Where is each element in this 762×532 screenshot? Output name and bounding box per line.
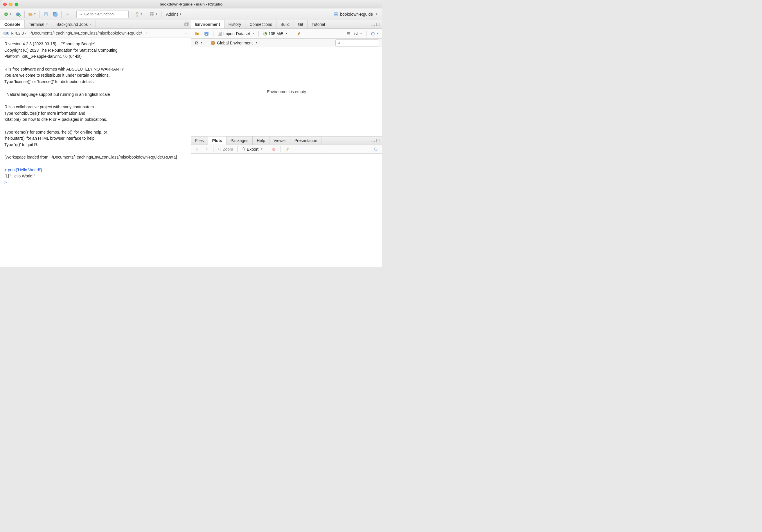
tab-files[interactable]: Files bbox=[191, 136, 208, 145]
pane-maximize-icon[interactable] bbox=[376, 139, 380, 142]
package-icon bbox=[210, 40, 215, 45]
close-window-button[interactable] bbox=[3, 3, 7, 6]
refresh-icon bbox=[370, 31, 375, 36]
panes-button[interactable]: ▼ bbox=[149, 11, 159, 18]
memory-usage[interactable]: 135 MiB ▼ bbox=[262, 30, 289, 38]
svg-rect-17 bbox=[186, 23, 189, 25]
plots-canvas bbox=[191, 154, 382, 267]
goto-input[interactable] bbox=[84, 12, 126, 16]
new-project-button[interactable] bbox=[15, 11, 22, 18]
chevron-down-icon: ▼ bbox=[261, 148, 263, 150]
environment-search[interactable] bbox=[336, 39, 379, 46]
plots-pane: Files Plots Packages Help Viewer Present… bbox=[191, 136, 382, 267]
view-mode-button[interactable]: List ▼ bbox=[345, 30, 363, 38]
vcs-button[interactable]: ▼ bbox=[133, 11, 144, 18]
clear-plots-button[interactable] bbox=[284, 145, 291, 153]
save-button[interactable] bbox=[42, 11, 50, 18]
right-column: Environment History Connections Build Gi… bbox=[191, 20, 382, 267]
titlebar: bookdown-Rguide - main - RStudio bbox=[0, 0, 382, 8]
chevron-down-icon: ▼ bbox=[155, 13, 158, 15]
print-icon bbox=[65, 12, 70, 17]
console-pane: Console Terminal× Background Jobs× R R 4… bbox=[0, 20, 191, 267]
close-icon[interactable]: × bbox=[46, 22, 48, 27]
chevron-down-icon: ▼ bbox=[9, 13, 12, 15]
tab-history[interactable]: History bbox=[224, 20, 246, 29]
arrow-left-icon bbox=[195, 147, 199, 151]
project-selector[interactable]: R bookdown-Rguide ▼ bbox=[332, 12, 380, 17]
tab-viewer[interactable]: Viewer bbox=[269, 136, 290, 145]
tab-packages[interactable]: Packages bbox=[226, 136, 253, 145]
pane-restore-icon[interactable] bbox=[185, 22, 189, 27]
chevron-down-icon: ▼ bbox=[375, 13, 378, 15]
tab-help[interactable]: Help bbox=[253, 136, 269, 145]
svg-rect-4 bbox=[45, 15, 47, 16]
environment-body: Environment is empty bbox=[191, 47, 382, 136]
save-icon bbox=[43, 12, 48, 17]
remove-plot-button[interactable] bbox=[270, 145, 277, 153]
new-file-button[interactable]: ▼ bbox=[3, 11, 13, 18]
maximize-window-button[interactable] bbox=[15, 3, 18, 6]
svg-point-29 bbox=[218, 148, 220, 150]
tab-environment[interactable]: Environment bbox=[191, 20, 224, 29]
search-input[interactable] bbox=[341, 40, 377, 45]
zoom-icon bbox=[217, 147, 222, 151]
goto-file-function-box[interactable] bbox=[76, 10, 129, 18]
plot-forward-button[interactable] bbox=[203, 145, 210, 153]
save-workspace-button[interactable] bbox=[203, 30, 210, 38]
save-icon bbox=[204, 31, 209, 36]
pane-maximize-icon[interactable] bbox=[376, 23, 380, 26]
tab-build[interactable]: Build bbox=[276, 20, 294, 29]
chevron-down-icon: ▼ bbox=[360, 32, 362, 35]
svg-rect-20 bbox=[371, 25, 375, 26]
tab-git[interactable]: Git bbox=[294, 20, 308, 29]
load-workspace-button[interactable] bbox=[193, 30, 201, 38]
console-output[interactable]: R version 4.2.3 (2023-03-15) -- "Shortst… bbox=[0, 38, 191, 267]
import-dataset-button[interactable]: Import Dataset ▼ bbox=[216, 30, 256, 38]
environment-scope-select[interactable]: Global Environment ▼ bbox=[209, 39, 259, 47]
list-icon bbox=[346, 32, 350, 36]
tab-tutorial[interactable]: Tutorial bbox=[308, 20, 329, 29]
main-toolbar: ▼ ▼ ▼ ▼ bbox=[0, 8, 382, 20]
addins-label: Addins bbox=[166, 12, 179, 17]
language-scope-select[interactable]: R ▼ bbox=[194, 39, 203, 47]
r-logo-icon: R bbox=[3, 31, 9, 36]
refresh-button[interactable]: ▼ bbox=[369, 30, 380, 38]
chevron-down-icon: ▼ bbox=[376, 32, 378, 35]
open-file-button[interactable]: ▼ bbox=[27, 11, 37, 18]
save-all-icon bbox=[53, 12, 57, 17]
pane-minimize-icon[interactable] bbox=[371, 139, 375, 142]
print-button[interactable] bbox=[64, 11, 71, 18]
new-file-icon bbox=[4, 12, 8, 17]
tab-terminal[interactable]: Terminal× bbox=[25, 20, 52, 29]
chevron-down-icon: ▼ bbox=[140, 13, 143, 15]
tab-connections[interactable]: Connections bbox=[245, 20, 276, 29]
export-button[interactable]: Export ▼ bbox=[240, 145, 264, 153]
pane-minimize-icon[interactable] bbox=[371, 23, 375, 26]
addins-menu[interactable]: Addins ▼ bbox=[164, 12, 184, 17]
tab-background-jobs[interactable]: Background Jobs× bbox=[52, 20, 96, 29]
pane-window-controls bbox=[369, 136, 382, 145]
save-all-button[interactable] bbox=[51, 11, 59, 18]
refresh-plots-button[interactable] bbox=[372, 145, 380, 153]
svg-rect-23 bbox=[206, 34, 207, 35]
arrow-right-icon bbox=[204, 147, 208, 151]
export-icon bbox=[242, 147, 246, 151]
environment-scope-bar: R ▼ Global Environment ▼ bbox=[191, 38, 382, 47]
svg-rect-13 bbox=[152, 15, 154, 16]
tab-console[interactable]: Console bbox=[0, 20, 25, 29]
zoom-button[interactable]: Zoom bbox=[216, 145, 234, 153]
tab-presentation[interactable]: Presentation bbox=[290, 136, 322, 145]
open-path-icon[interactable] bbox=[144, 31, 148, 35]
clear-objects-button[interactable] bbox=[295, 30, 303, 38]
clear-console-icon[interactable] bbox=[184, 31, 189, 36]
svg-rect-21 bbox=[376, 23, 380, 26]
minimize-window-button[interactable] bbox=[9, 3, 13, 6]
panes-icon bbox=[150, 12, 155, 17]
chevron-down-icon: ▼ bbox=[255, 41, 258, 44]
close-icon[interactable]: × bbox=[90, 22, 92, 27]
tab-plots[interactable]: Plots bbox=[208, 136, 226, 145]
svg-rect-16 bbox=[185, 23, 188, 26]
svg-rect-12 bbox=[150, 15, 152, 16]
plot-back-button[interactable] bbox=[193, 145, 201, 153]
new-project-icon bbox=[16, 12, 21, 17]
